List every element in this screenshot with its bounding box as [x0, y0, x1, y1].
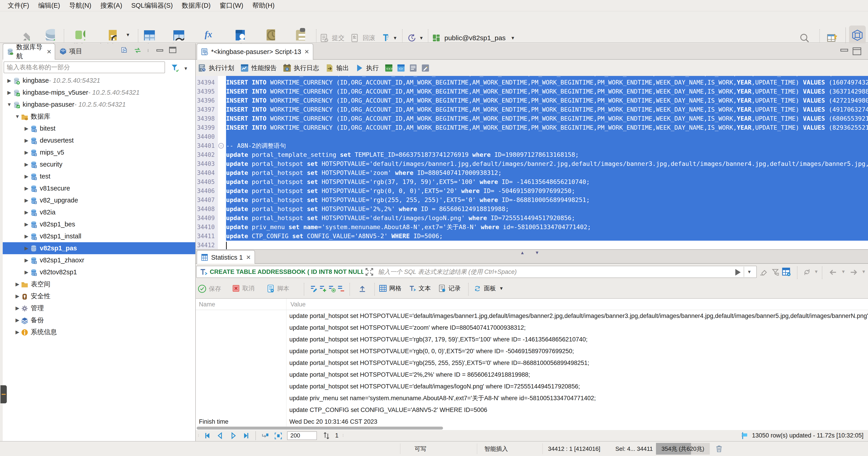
refresh-menu-icon[interactable]: ▼ — [814, 269, 818, 274]
last-page-icon[interactable] — [241, 431, 250, 440]
collapsed-arrow-icon[interactable]: ▶ — [23, 233, 30, 239]
link-editor-icon[interactable] — [134, 46, 142, 54]
table-row[interactable]: update portal_hotspot set HOTSPOTVALUE='… — [196, 369, 868, 381]
collapsed-arrow-icon[interactable]: ▶ — [23, 150, 30, 156]
next-page-icon[interactable] — [229, 431, 237, 440]
fetch-next-icon[interactable] — [261, 431, 270, 440]
menu-item[interactable]: 编辑(E) — [34, 1, 65, 10]
maximize-icon[interactable] — [169, 47, 176, 54]
first-page-icon[interactable] — [204, 431, 212, 440]
minimized-view-bar[interactable] — [0, 385, 7, 403]
sql-editor[interactable]: 34393INSERT INTO WORKTIME_CURRENCY (ID,O… — [196, 76, 868, 249]
edit-icon[interactable] — [421, 64, 430, 72]
tab-statistics[interactable]: Statistics 1 ✕ — [197, 250, 255, 264]
schema-selector[interactable]: public@v82sp1_pas▼ — [432, 32, 515, 43]
eraser-icon[interactable] — [758, 268, 767, 276]
col-value[interactable]: Value — [290, 301, 306, 308]
prev-page-icon[interactable] — [216, 431, 225, 440]
edit-row-icon[interactable] — [310, 284, 318, 292]
editor-tool-性能报告[interactable]: 性能报告 — [240, 64, 277, 72]
filter-menu-icon[interactable]: ▼ — [747, 269, 752, 274]
menu-item[interactable]: 窗口(W) — [215, 1, 248, 10]
table-row[interactable]: update portal_hotspot set HOTSPOTVALUE='… — [196, 381, 868, 392]
expanded-arrow-icon[interactable]: ▼ — [6, 102, 13, 107]
fetch-all-icon[interactable] — [274, 431, 283, 440]
add-row-icon[interactable] — [319, 284, 327, 292]
filter-funnel-icon[interactable] — [170, 63, 179, 72]
tree-item-mips_v5[interactable]: ▶mips_v5 — [3, 146, 195, 158]
export-icon[interactable] — [358, 284, 367, 293]
collapsed-arrow-icon[interactable]: ▶ — [23, 246, 30, 251]
collapsed-arrow-icon[interactable]: ▶ — [23, 126, 30, 131]
col-name[interactable]: Name — [199, 301, 215, 308]
expand-icon[interactable] — [365, 267, 374, 276]
garbage-collect-icon[interactable] — [714, 444, 724, 453]
tab-project[interactable]: 项目 — [56, 43, 86, 59]
table-row[interactable]: update portal_hotspot set HOTSPOTVALUE='… — [196, 310, 868, 322]
view-menu-icon[interactable] — [147, 46, 151, 54]
memory-indicator[interactable]: 354兆 (共620兆) — [656, 443, 710, 455]
collapsed-arrow-icon[interactable]: ▶ — [23, 257, 30, 263]
menu-item[interactable]: 数据库(D) — [177, 1, 215, 10]
tree-item-v82sp1_zhaoxr[interactable]: ▶v82sp1_zhaoxr — [3, 254, 195, 266]
scroll-down-icon[interactable]: ▼ — [535, 250, 539, 255]
collapsed-arrow-icon[interactable]: ▶ — [23, 138, 30, 143]
code-add-icon[interactable]: <+> — [385, 64, 393, 72]
collapsed-arrow-icon[interactable]: ▶ — [14, 317, 21, 323]
tree-item-bitest[interactable]: ▶bitest — [3, 123, 195, 134]
editor-tool-执行计划[interactable]: 执行计划 — [197, 64, 234, 72]
tree-item-v82sp1_install[interactable]: ▶v82sp1_install — [3, 230, 195, 242]
tree-item-kingbase[interactable]: ▶kingbase - 10.2.5.40:54321 — [3, 74, 195, 87]
save-button[interactable]: 保存 — [197, 284, 221, 293]
selection-info[interactable]: Sel: 4... 34411 — [614, 442, 654, 456]
text-lines-icon[interactable] — [409, 64, 417, 72]
tab-sql-editor[interactable]: *<kingbase-pasuser> Script-13 ✕ — [197, 43, 313, 60]
collapsed-arrow-icon[interactable]: ▶ — [6, 78, 13, 84]
results-filter-input[interactable]: CREATE TABLE ADDRESSBOOK ( ID INT8 NOT N… — [196, 266, 757, 278]
search-button[interactable] — [799, 32, 810, 43]
editor-tool-执行日志[interactable]: 执行日志 — [283, 64, 319, 72]
cancel-button[interactable]: 取消 — [232, 284, 254, 292]
close-icon[interactable]: ✕ — [46, 48, 52, 55]
insert-mode-status[interactable]: 智能插入 — [479, 442, 513, 456]
collapsed-arrow-icon[interactable]: ▶ — [14, 293, 21, 299]
editor-tool-执行[interactable]: 执行 — [355, 64, 379, 72]
menu-item[interactable]: 帮助(H) — [248, 1, 279, 10]
table-row[interactable]: update portal_hotspot set HOTSPOTVALUE='… — [196, 345, 868, 357]
menu-item[interactable]: 文件(F) — [3, 1, 34, 10]
collapsed-arrow-icon[interactable]: ▶ — [14, 329, 21, 335]
maximize-icon[interactable] — [852, 47, 861, 55]
transaction-filter-button[interactable]: ▼ — [381, 32, 397, 43]
filter-dropdown-icon[interactable]: ▼ — [184, 66, 188, 71]
funnel-icon[interactable] — [771, 268, 780, 276]
collapsed-arrow-icon[interactable]: ▶ — [23, 197, 30, 203]
tree-item-v81secure[interactable]: ▶v81secure — [3, 182, 195, 194]
collapsed-arrow-icon[interactable]: ▶ — [23, 162, 30, 167]
collapsed-arrow-icon[interactable]: ▶ — [23, 209, 30, 215]
tree-item-系统信息[interactable]: ▶系统信息 — [3, 326, 195, 338]
tree-item-备份[interactable]: ▶备份 — [3, 314, 195, 326]
close-icon[interactable]: ✕ — [304, 48, 309, 55]
tree-item-v82sp1_bes[interactable]: ▶v82sp1_bes — [3, 218, 195, 230]
code-icon[interactable]: <> — [397, 64, 405, 72]
table-row[interactable]: update portal_hotspot set HOTSPOTVALUE='… — [196, 333, 868, 345]
tree-filter-input[interactable]: 输入表格名称的一部分 — [4, 62, 165, 73]
apply-filter-icon[interactable] — [733, 267, 742, 277]
tree-item-表空间[interactable]: ▶表空间 — [3, 278, 195, 290]
tree-item-数据库[interactable]: ▼数据库 — [3, 110, 195, 123]
collapsed-arrow-icon[interactable]: ▶ — [23, 269, 30, 275]
tab-database-navigator[interactable]: 数据库导航 ✕ — [3, 43, 55, 60]
minimize-icon[interactable] — [840, 49, 848, 52]
panel-view-button[interactable]: 面板▼ — [473, 284, 504, 292]
menu-item[interactable]: 搜索(A) — [96, 1, 127, 10]
collapsed-arrow-icon[interactable]: ▶ — [23, 186, 30, 191]
collapsed-arrow-icon[interactable]: ▶ — [14, 281, 21, 287]
table-row[interactable]: update CTP_CONFIG set CONFIG_VALUE='A8NV… — [196, 404, 868, 416]
refresh-icon[interactable] — [803, 268, 811, 276]
history-button[interactable]: ▼ — [407, 32, 424, 43]
collapsed-arrow-icon[interactable]: ▶ — [14, 305, 21, 311]
new-query-dropdown-icon[interactable]: ▼ — [126, 32, 130, 37]
menu-item[interactable]: 导航(N) — [65, 1, 96, 10]
collapsed-arrow-icon[interactable]: ▶ — [23, 173, 30, 180]
delete-row-icon[interactable] — [337, 284, 345, 292]
